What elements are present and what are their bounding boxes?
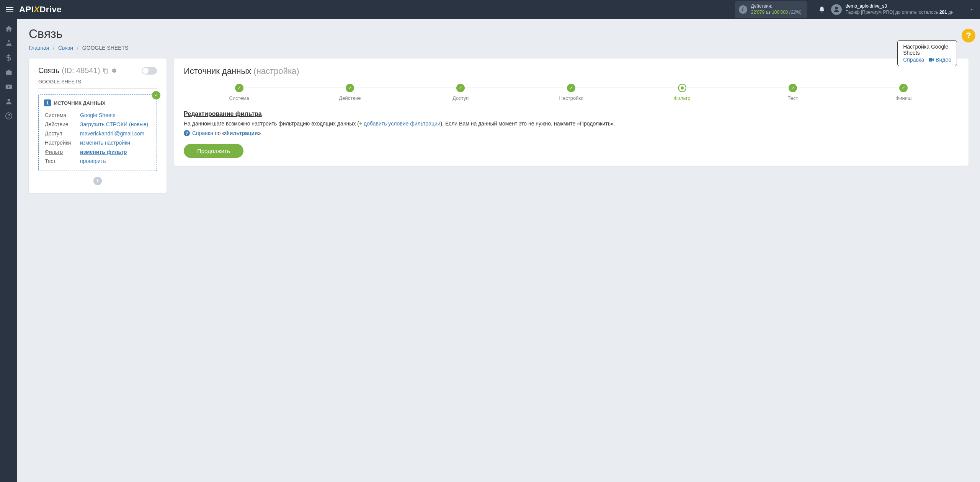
reference-link[interactable]: Справка <box>192 130 213 136</box>
help-icon[interactable] <box>5 112 13 120</box>
continue-button[interactable]: Продолжить <box>184 144 243 158</box>
help-q-icon: ? <box>184 130 190 136</box>
svg-point-5 <box>7 99 10 101</box>
source-number-badge: 1 <box>44 99 51 106</box>
step-action[interactable]: Действие <box>294 84 405 101</box>
sidebar <box>0 19 17 200</box>
breadcrumb: Главная / Связи / GOOGLE SHEETS <box>29 45 969 51</box>
actions-used: 22'079 <box>751 10 765 15</box>
main-content: Связь Главная / Связи / GOOGLE SHEETS ? … <box>17 19 980 200</box>
connection-card: Связь (ID: 48541) GOOGLE SHEETS 1 ИСТОЧН… <box>29 59 167 193</box>
page-title: Связь <box>29 27 969 41</box>
logo-x: X <box>34 5 39 14</box>
row-access: Доступmaverickandrii@gmail.com <box>45 129 150 138</box>
svg-rect-2 <box>8 45 9 46</box>
help-question-icon[interactable]: ? <box>962 29 975 42</box>
user-menu[interactable]: demo_apix-drive_s3 Тариф |Премиум PRO| д… <box>831 3 954 15</box>
connection-id: (ID: 48541) <box>62 66 100 75</box>
source-header: 1 ИСТОЧНИК ДАННЫХ <box>44 99 151 106</box>
video-camera-icon <box>929 58 934 62</box>
user-name: demo_apix-drive_s3 <box>846 3 954 10</box>
svg-rect-8 <box>929 58 932 61</box>
home-icon[interactable] <box>5 25 13 33</box>
briefcase-icon[interactable] <box>5 68 13 76</box>
actions-counter[interactable]: i Действия: 22'079 из 100'000 (22%) <box>735 1 807 18</box>
help-box: Настройка Google Sheets Справка Видео <box>897 40 957 66</box>
check-icon <box>152 91 160 99</box>
help-widget: ? Настройка Google Sheets Справка Видео <box>962 29 969 42</box>
wizard-card: Источник данных (настройка) Система Дейс… <box>174 59 969 166</box>
bell-icon[interactable] <box>818 6 825 13</box>
test-link[interactable]: проверить <box>80 158 106 164</box>
user-icon[interactable] <box>5 98 13 105</box>
system-link[interactable]: Google Sheets <box>80 112 116 118</box>
step-access[interactable]: Доступ <box>405 84 516 101</box>
wizard-subtitle: (настройка) <box>253 66 299 76</box>
chevron-down-icon[interactable] <box>969 7 974 12</box>
step-filter[interactable]: Фильтр <box>627 84 737 101</box>
logo[interactable]: APIXDrive <box>19 5 62 15</box>
step-finish[interactable]: Финиш <box>848 84 959 101</box>
connection-toggle[interactable] <box>142 67 157 75</box>
svg-rect-0 <box>8 41 9 42</box>
info-icon: i <box>739 5 747 14</box>
youtube-icon[interactable] <box>5 83 13 91</box>
help-topic[interactable]: Фильтрации <box>225 130 258 136</box>
breadcrumb-links[interactable]: Связи <box>58 45 73 51</box>
filter-link[interactable]: изменить фильтр <box>80 149 127 155</box>
tariff-line: Тариф |Премиум PRO| до оплаты осталось 2… <box>846 10 954 16</box>
connection-title: Связь (ID: 48541) <box>38 66 117 75</box>
help-video-link[interactable]: Видео <box>929 57 951 63</box>
settings-link[interactable]: изменить настройки <box>80 140 130 146</box>
section-title: Редактирование фильтра <box>184 111 959 117</box>
breadcrumb-current: GOOGLE SHEETS <box>82 45 129 51</box>
gear-icon[interactable] <box>111 68 117 74</box>
help-title: Настройка Google Sheets <box>903 44 951 56</box>
section-description: На данном шаге возможно настроить фильтр… <box>184 120 959 128</box>
actions-total: 100'000 <box>772 10 788 15</box>
row-test: Тестпроверить <box>45 157 150 165</box>
row-filter: Фильтризменить фильтр <box>45 148 150 156</box>
source-box: 1 ИСТОЧНИК ДАННЫХ СистемаGoogle Sheets Д… <box>38 94 157 171</box>
svg-rect-3 <box>10 45 11 46</box>
avatar-icon <box>831 4 842 15</box>
svg-point-7 <box>8 117 9 118</box>
svg-rect-1 <box>6 45 7 46</box>
connection-subtitle: GOOGLE SHEETS <box>38 79 157 89</box>
row-action: ДействиеЗагрузить СТРОКИ (новые) <box>45 120 150 129</box>
dollar-icon[interactable] <box>5 54 13 62</box>
help-line: ? Справка по «Фильтрации» <box>184 130 959 136</box>
source-details: СистемаGoogle Sheets ДействиеЗагрузить С… <box>44 110 151 166</box>
actions-label: Действия: <box>751 3 802 10</box>
copy-icon[interactable] <box>102 68 108 74</box>
actions-of: из <box>766 10 771 15</box>
add-filter-link[interactable]: + добавить условие фильтрации <box>359 120 441 127</box>
wizard-title: Источник данных (настройка) <box>184 66 959 76</box>
step-settings[interactable]: Настройки <box>516 84 627 101</box>
menu-hamburger-icon[interactable] <box>6 7 13 12</box>
step-test[interactable]: Тест <box>737 84 848 101</box>
logo-text-2: Drive <box>39 5 62 14</box>
actions-pct: (22%) <box>789 10 802 15</box>
help-reference-link[interactable]: Справка <box>903 57 924 63</box>
step-system[interactable]: Система <box>184 84 294 101</box>
sitemap-icon[interactable] <box>5 39 13 47</box>
breadcrumb-home[interactable]: Главная <box>29 45 49 51</box>
logo-text: API <box>19 5 34 14</box>
top-header: APIXDrive i Действия: 22'079 из 100'000 … <box>0 0 980 19</box>
row-system: СистемаGoogle Sheets <box>45 111 150 119</box>
access-link[interactable]: maverickandrii@gmail.com <box>80 130 144 137</box>
action-link[interactable]: Загрузить СТРОКИ (новые) <box>80 121 148 127</box>
add-button[interactable]: + <box>93 177 102 185</box>
source-title: ИСТОЧНИК ДАННЫХ <box>54 100 105 106</box>
row-settings: Настройкиизменить настройки <box>45 138 150 147</box>
stepper: Система Действие Доступ Настройки Фильтр… <box>184 84 959 101</box>
